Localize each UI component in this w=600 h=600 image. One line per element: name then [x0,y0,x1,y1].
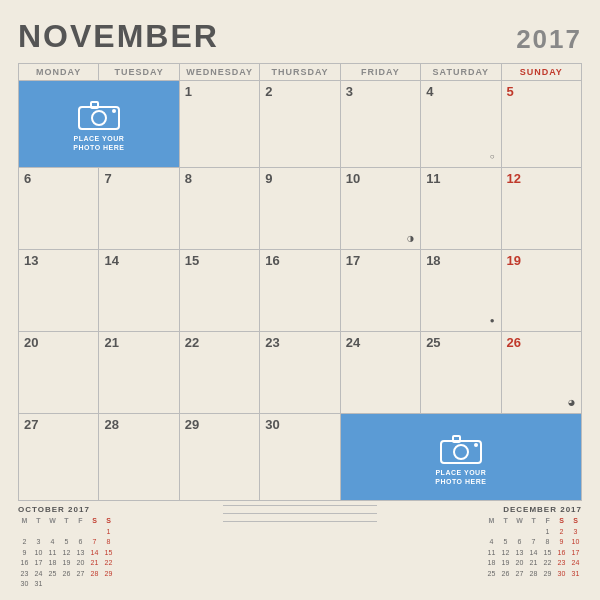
day-num-27: 27 [24,417,93,433]
header-friday: FRIDAY [341,64,421,81]
mini-oct-h-f: F [74,516,87,527]
svg-rect-2 [91,102,98,108]
svg-point-7 [474,443,478,447]
day-num-8: 8 [185,171,254,187]
day-num-19: 19 [507,253,576,269]
mini-oct-row-3: 9 10 11 12 13 14 15 [18,548,115,559]
mini-dec-row-1: 1 2 3 [485,527,582,538]
day-num-13: 13 [24,253,93,269]
day-num-5: 5 [507,84,576,100]
svg-point-3 [112,109,116,113]
day-num-15: 15 [185,253,254,269]
day-num-17: 17 [346,253,415,269]
mini-oct-h-t2: T [60,516,73,527]
day-cell-28: 28 [99,414,179,501]
day-num-11: 11 [426,171,495,187]
mini-oct-header-row: M T W T F S S [18,516,115,527]
notes-area [183,505,418,529]
mini-oct-row-1: 1 [18,527,115,538]
day-cell-24: 24 [341,332,421,414]
day-cell-18: 18 ● [421,250,501,332]
mini-cal-october-grid: M T W T F S S 1 2 [18,516,115,590]
day-num-23: 23 [265,335,334,351]
day-cell-6: 6 [19,168,99,250]
mini-oct-row-6: 30 31 [18,579,115,590]
day-num-14: 14 [104,253,173,269]
day-num-16: 16 [265,253,334,269]
day-cell-16: 16 [260,250,340,332]
photo-placeholder-bottom: PLACE YOURPHOTO HERE [346,419,576,497]
day-num-6: 6 [24,171,93,187]
mini-oct-row-2: 2 3 4 5 6 7 8 [18,537,115,548]
mini-cal-december-grid: M T W T F S S 1 2 3 [485,516,582,579]
day-num-28: 28 [104,417,173,433]
day-num-7: 7 [104,171,173,187]
day-cell-12: 12 [502,168,582,250]
mini-cal-october: OCTOBER 2017 M T W T F S S [18,505,173,590]
day-headers: MONDAY TUESDAY WEDNESDAY THURSDAY FRIDAY… [18,63,582,81]
mini-oct-row-4: 16 17 18 19 20 21 22 [18,558,115,569]
day-num-1: 1 [185,84,254,100]
svg-point-1 [92,111,106,125]
day-num-25: 25 [426,335,495,351]
day-cell-27: 27 [19,414,99,501]
day-cell-11: 11 [421,168,501,250]
day-num-12: 12 [507,171,576,187]
header-wednesday: WEDNESDAY [180,64,260,81]
note-line-1 [223,505,378,506]
mini-dec-header-row: M T W T F S S [485,516,582,527]
camera-icon-bottom [439,431,483,465]
header-saturday: SATURDAY [421,64,501,81]
mini-oct-h-w: W [46,516,59,527]
day-cell-23: 23 [260,332,340,414]
day-cell-5: 5 [502,81,582,168]
svg-rect-6 [453,436,460,442]
day-cell-2: 2 [260,81,340,168]
camera-icon-top [77,97,121,131]
mini-oct-h-s: S [88,516,101,527]
day-cell-7: 7 [99,168,179,250]
svg-point-5 [454,445,468,459]
mini-dec-row-2: 4 5 6 7 8 9 10 [485,537,582,548]
day-cell-30: 30 [260,414,340,501]
day-cell-25: 25 [421,332,501,414]
note-line-3 [223,521,378,522]
note-line-2 [223,513,378,514]
photo-cell-top: PLACE YOURPHOTO HERE [19,81,180,168]
day-cell-10: 10 ◑ [341,168,421,250]
moon-18: ● [490,316,495,325]
day-num-10: 10 [346,171,415,187]
day-cell-13: 13 [19,250,99,332]
header-thursday: THURSDAY [260,64,340,81]
moon-10: ◑ [407,234,414,243]
mini-dec-row-3: 11 12 13 14 15 16 17 [485,548,582,559]
mini-oct-row-5: 23 24 25 26 27 28 29 [18,569,115,580]
day-cell-21: 21 [99,332,179,414]
moon-4: ○ [490,152,495,161]
day-cell-17: 17 [341,250,421,332]
calendar-grid: PLACE YOURPHOTO HERE 1 2 3 4 ○ 5 6 7 8 [18,81,582,501]
day-cell-20: 20 [19,332,99,414]
mini-cal-december: DECEMBER 2017 M T W T F S S 1 2 [427,505,582,580]
year-title: 2017 [516,24,582,55]
mini-cal-october-title: OCTOBER 2017 [18,505,173,514]
moon-26: ◕ [568,398,575,407]
day-num-18: 18 [426,253,495,269]
day-cell-29: 29 [180,414,260,501]
day-cell-9: 9 [260,168,340,250]
day-cell-14: 14 [99,250,179,332]
day-num-9: 9 [265,171,334,187]
day-num-29: 29 [185,417,254,433]
day-num-30: 30 [265,417,334,433]
mini-oct-h-su: S [102,516,115,527]
day-cell-w1: 1 [180,81,260,168]
day-num-24: 24 [346,335,415,351]
mini-dec-row-5: 25 26 27 28 29 30 31 [485,569,582,580]
photo-text-top: PLACE YOURPHOTO HERE [73,134,124,152]
header-sunday: SUNDAY [502,64,582,81]
mini-cal-december-title: DECEMBER 2017 [427,505,582,514]
day-num-22: 22 [185,335,254,351]
photo-cell-bottom: PLACE YOURPHOTO HERE [341,414,582,501]
day-cell-22: 22 [180,332,260,414]
day-num-3: 3 [346,84,415,100]
